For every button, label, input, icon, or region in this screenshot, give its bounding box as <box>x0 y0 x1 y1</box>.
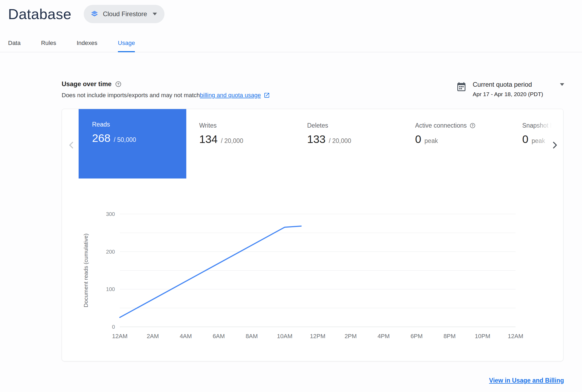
metric-writes-limit: / 20,000 <box>221 137 243 145</box>
svg-text:12PM: 12PM <box>310 333 325 340</box>
help-icon[interactable]: ? <box>115 81 122 88</box>
metric-deletes[interactable]: Deletes 133 / 20,000 <box>307 122 351 146</box>
svg-text:300: 300 <box>106 211 115 217</box>
metric-active-connections[interactable]: Active connections ? 0 peak <box>415 122 476 146</box>
svg-text:4PM: 4PM <box>377 333 390 340</box>
svg-text:Document reads (cumulative): Document reads (cumulative) <box>83 233 89 307</box>
quota-period-controls: Current quota period Apr 17 - Apr 18, 20… <box>457 81 564 97</box>
svg-text:2PM: 2PM <box>345 333 357 340</box>
metric-deletes-limit: / 20,000 <box>329 137 351 145</box>
svg-text:100: 100 <box>106 286 115 292</box>
metric-reads[interactable]: Reads 268 / 50,000 <box>79 109 186 178</box>
svg-text:200: 200 <box>106 249 115 255</box>
quota-period-column: Current quota period Apr 17 - Apr 18, 20… <box>473 81 564 97</box>
metric-active-connections-label: Active connections <box>415 122 467 129</box>
chevron-down-icon <box>560 83 564 86</box>
usage-subtitle: Does not include imports/exports and may… <box>62 92 270 99</box>
calendar-icon <box>457 82 466 93</box>
firestore-usage-page: Database Cloud Firestore Data Rules Inde… <box>0 0 582 392</box>
svg-text:4AM: 4AM <box>180 333 192 340</box>
svg-text:8PM: 8PM <box>443 333 455 340</box>
svg-text:0: 0 <box>112 324 115 330</box>
external-link-icon[interactable] <box>264 92 270 99</box>
tab-rules[interactable]: Rules <box>41 35 56 52</box>
metric-snapshot-listeners-limit: peak <box>532 137 545 145</box>
metric-reads-limit: / 50,000 <box>114 136 136 144</box>
billing-quota-usage-link[interactable]: billing and quota usage <box>200 92 261 99</box>
metric-writes[interactable]: Writes 134 / 20,000 <box>199 122 243 146</box>
svg-text:12AM: 12AM <box>508 333 523 340</box>
tab-indexes[interactable]: Indexes <box>77 35 97 52</box>
prev-metrics-button[interactable] <box>65 139 78 152</box>
usage-section-header: Usage over time ? Does not include impor… <box>62 80 270 99</box>
svg-text:6PM: 6PM <box>411 333 423 340</box>
page-header: Database Cloud Firestore <box>8 5 164 23</box>
metric-active-connections-value: 0 <box>415 133 421 146</box>
svg-text:10PM: 10PM <box>475 333 490 340</box>
metric-reads-label: Reads <box>92 121 186 128</box>
usage-subtitle-text: Does not include imports/exports and may… <box>62 92 200 99</box>
view-usage-billing-link[interactable]: View in Usage and Billing <box>489 377 564 384</box>
svg-text:8AM: 8AM <box>246 333 258 340</box>
product-selector[interactable]: Cloud Firestore <box>84 5 164 23</box>
chevron-down-icon <box>153 13 157 15</box>
firestore-icon <box>90 10 99 18</box>
quota-period-label: Current quota period <box>473 81 532 88</box>
usage-card: Reads 268 / 50,000 Writes 134 / 20,000 D… <box>62 109 563 361</box>
metric-deletes-value: 133 <box>307 133 325 146</box>
metric-snapshot-listeners-value: 0 <box>522 133 528 146</box>
quota-period-range: Apr 17 - Apr 18, 2020 (PDT) <box>473 91 564 97</box>
svg-text:?: ? <box>472 124 474 128</box>
chevron-left-icon <box>67 140 76 150</box>
next-metrics-button[interactable] <box>548 139 561 152</box>
metric-active-connections-limit: peak <box>425 137 438 145</box>
metric-writes-value: 134 <box>199 133 218 146</box>
product-selector-label: Cloud Firestore <box>103 10 147 18</box>
chevron-right-icon <box>550 140 559 150</box>
metric-writes-label: Writes <box>199 122 243 129</box>
help-icon[interactable]: ? <box>469 122 476 129</box>
tab-bar: Data Rules Indexes Usage <box>0 35 582 52</box>
footer: View in Usage and Billing <box>489 377 564 384</box>
usage-over-time-title: Usage over time <box>62 80 111 88</box>
metric-deletes-label: Deletes <box>307 122 351 129</box>
svg-text:2AM: 2AM <box>147 333 159 340</box>
tab-data[interactable]: Data <box>8 35 20 52</box>
tab-usage[interactable]: Usage <box>118 35 135 52</box>
svg-text:6AM: 6AM <box>213 333 225 340</box>
svg-text:10AM: 10AM <box>277 333 292 340</box>
svg-text:?: ? <box>117 82 120 86</box>
quota-period-selector[interactable]: Current quota period <box>473 81 564 88</box>
svg-text:12AM: 12AM <box>112 333 127 340</box>
metric-snapshot-listeners-label: Snapshot listeners <box>522 122 563 129</box>
metric-reads-value: 268 <box>92 132 110 145</box>
page-title: Database <box>8 6 71 22</box>
